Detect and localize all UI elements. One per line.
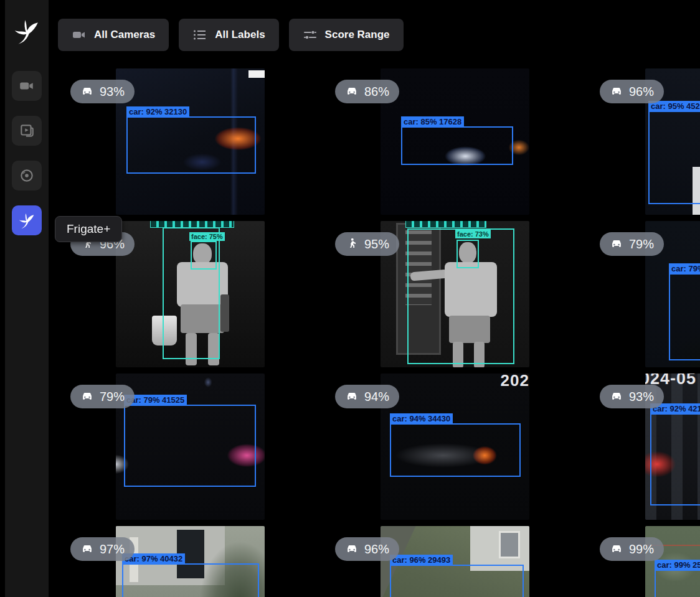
sliders-icon [303, 27, 318, 42]
score-badge: 94% [335, 385, 399, 408]
face-label: face: 75% [189, 232, 225, 241]
badge-score: 94% [364, 390, 389, 404]
camera-icon [72, 27, 87, 42]
frigate-plus-tooltip: Frigate+ [55, 216, 122, 242]
badge-score: 86% [364, 85, 389, 99]
car-icon [345, 542, 359, 556]
bounding-box: car: 95% 45260 [648, 111, 700, 204]
all-labels-label: All Labels [215, 29, 265, 41]
badge-score: 95% [364, 237, 389, 251]
car-icon [610, 85, 623, 98]
badge-score: 96% [364, 542, 389, 557]
sidebar-item-live[interactable] [12, 71, 42, 101]
bbox-label: car: 99% 25 [655, 560, 700, 571]
car-icon [80, 85, 94, 98]
badge-score: 79% [629, 237, 654, 251]
badge-score: 79% [100, 390, 125, 404]
detection-card[interactable]: face: 73% 95% [323, 221, 587, 367]
detection-card[interactable]: car: 79% 41525 79% [58, 374, 323, 520]
camera-icon [19, 78, 35, 94]
sidebar-item-export[interactable] [12, 161, 42, 190]
held-object [220, 294, 229, 332]
bounding-box: car: 92% 32130 [126, 116, 256, 174]
bounding-box: car: 85% 17628 [401, 126, 513, 165]
detection-card[interactable]: car: 95% 45260 96% [587, 68, 700, 215]
thumbnail-image[interactable]: face: 73% [381, 221, 529, 367]
detection-card[interactable]: car: 79% 79% [587, 221, 700, 367]
filter-toolbar: All Cameras All Labels Score Range [49, 0, 700, 51]
thumbnail-image[interactable]: car: 96% 29493 [381, 526, 529, 597]
review-icon [19, 123, 35, 139]
export-icon [19, 167, 35, 184]
score-badge: 93% [600, 385, 664, 408]
score-badge: 97% [70, 537, 135, 561]
badge-score: 93% [100, 85, 125, 99]
car-icon [610, 237, 623, 251]
main-content: All Cameras All Labels Score Range [49, 0, 700, 597]
score-badge: 86% [335, 80, 399, 103]
score-badge: 93% [70, 80, 135, 103]
detection-card[interactable]: car: 85% 17628 86% [323, 68, 587, 215]
camera-timestamp: 202 [501, 374, 529, 390]
sidebar-item-frigate-plus[interactable] [12, 205, 42, 235]
score-badge: 96% [600, 80, 664, 103]
clipped-label [150, 221, 234, 228]
bounding-box: car: 79% 41525 [124, 405, 256, 487]
thumbnail-image[interactable]: car: 99% 25 [645, 526, 700, 597]
face-label: face: 73% [455, 230, 491, 238]
detection-card[interactable]: car: 97% 40432 97% [58, 526, 323, 597]
bbox-label: car: 85% 17628 [401, 116, 464, 128]
face-bounding-box [456, 240, 479, 268]
person-icon [345, 237, 359, 251]
thumbnail-image[interactable]: car: 97% 40432 [116, 526, 265, 597]
car-icon [610, 542, 623, 556]
car-icon [345, 390, 359, 403]
all-cameras-label: All Cameras [94, 29, 155, 41]
detection-card[interactable]: car: 99% 25 99% [587, 526, 700, 597]
car-icon [80, 390, 94, 403]
car-icon [80, 542, 94, 556]
detection-card[interactable]: face: 75% 96% [58, 221, 323, 367]
car-icon [610, 390, 623, 403]
bbox-label: car: 92% 32130 [126, 106, 189, 118]
score-badge: 99% [600, 537, 664, 561]
detections-grid: car: 92% 32130 93% car: 85% 17628 86% [49, 68, 700, 597]
score-badge: 95% [335, 232, 399, 256]
score-badge: 96% [335, 537, 399, 561]
overexposed-area [248, 70, 265, 78]
frigate-plus-icon [18, 212, 35, 229]
detection-card[interactable]: car: 96% 29493 96% [323, 526, 587, 597]
bounding-box: car: 94% 34430 [390, 423, 521, 477]
bbox-label: car: 79% [669, 263, 700, 275]
frigate-logo [12, 16, 42, 46]
score-badge: 79% [600, 232, 664, 256]
bounding-box: car: 79% [669, 273, 700, 360]
score-badge: 79% [70, 385, 135, 408]
score-range-label: Score Range [325, 29, 390, 41]
thumbnail-image[interactable]: car: 92% 32130 [116, 68, 265, 215]
list-icon [192, 27, 207, 42]
thumbnail-image[interactable]: car: 85% 17628 [381, 68, 529, 215]
thumbnail-image[interactable]: 202 car: 94% 34430 [381, 374, 529, 520]
face-bounding-box [191, 241, 217, 270]
detection-card[interactable]: 202 car: 94% 34430 94% [323, 374, 587, 520]
bounding-box: car: 99% 25 [655, 570, 700, 597]
bbox-label: car: 94% 34430 [390, 413, 453, 425]
all-labels-button[interactable]: All Labels [179, 19, 278, 51]
bounding-box: car: 96% 29493 [390, 565, 524, 597]
score-range-button[interactable]: Score Range [289, 19, 404, 51]
thumbnail-image[interactable]: car: 79% 41525 [116, 374, 265, 520]
badge-score: 93% [629, 390, 654, 404]
sidebar-item-review[interactable] [12, 116, 42, 146]
frigate-bird-icon [13, 17, 40, 45]
badge-score: 97% [100, 542, 125, 557]
detection-card[interactable]: car: 92% 32130 93% [58, 68, 323, 215]
bounding-box: car: 97% 40432 [122, 563, 259, 597]
badge-score: 99% [629, 542, 654, 557]
thumbnail-image[interactable]: face: 75% [116, 221, 265, 367]
all-cameras-button[interactable]: All Cameras [58, 19, 169, 51]
clipped-label [405, 221, 486, 228]
detection-card[interactable]: 024-05 car: 92% 4218 93% [587, 374, 700, 520]
bbox-label: car: 96% 29493 [390, 555, 453, 566]
house-window [499, 531, 520, 558]
